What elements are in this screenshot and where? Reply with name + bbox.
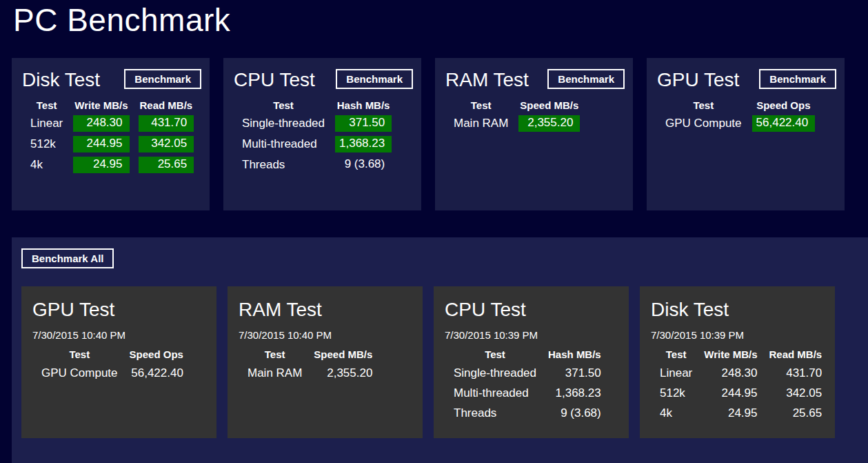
- result-value: 342.05: [139, 136, 194, 152]
- row-label: Main RAM: [452, 115, 509, 132]
- result-value: 244.95: [703, 386, 758, 400]
- gpu-test-header: GPU Test Benchmark: [655, 68, 836, 91]
- row-label: 4k: [658, 406, 694, 420]
- column-header-read: Read MB/s: [768, 348, 824, 360]
- column-header-hash: Hash MB/s: [335, 99, 392, 111]
- table-row: Threads 9 (3.68): [452, 406, 603, 420]
- column-header-read: Read MB/s: [139, 99, 194, 111]
- gpu-history-table: Test Speed Ops GPU Compute 56,422.40: [31, 342, 194, 386]
- ram-history-table: Test Speed MB/s Main RAM 2,355.20: [237, 342, 383, 386]
- row-label: GPU Compute: [664, 115, 743, 132]
- row-label: GPU Compute: [40, 366, 119, 380]
- table-header-row: Test Speed Ops: [40, 348, 185, 360]
- table-row: Single-threaded 371.50: [452, 366, 603, 380]
- result-value: 371.50: [547, 366, 603, 380]
- column-header-test: Test: [40, 348, 119, 360]
- result-value: 24.95: [73, 157, 129, 173]
- ram-history-card: RAM Test 7/30/2015 10:40 PM Test Speed M…: [228, 286, 423, 438]
- ram-test-panel: RAM Test Benchmark Test Speed MB/s Main …: [435, 58, 633, 210]
- ram-results-table: Test Speed MB/s Main RAM 2,355.20: [443, 95, 589, 136]
- row-label: Threads: [452, 406, 538, 420]
- result-value: 244.95: [73, 136, 129, 152]
- column-header-write: Write MB/s: [703, 348, 758, 360]
- disk-results-table: Test Write MB/s Read MB/s Linear 248.30 …: [20, 95, 203, 177]
- gpu-history-timestamp: 7/30/2015 10:40 PM: [32, 329, 207, 341]
- disk-history-title: Disk Test: [651, 299, 825, 321]
- table-row: Linear 248.30 431.70: [658, 366, 823, 380]
- result-value: 24.95: [703, 406, 758, 420]
- disk-history-card: Disk Test 7/30/2015 10:39 PM Test Write …: [640, 286, 835, 438]
- cpu-benchmark-button[interactable]: Benchmark: [336, 69, 413, 89]
- table-row: Main RAM 2,355.20: [246, 366, 374, 380]
- row-label: Threads: [241, 157, 326, 173]
- table-row: 4k 24.95 25.65: [29, 157, 194, 173]
- row-label: Linear: [658, 366, 694, 380]
- disk-test-title: Disk Test: [22, 69, 100, 91]
- result-value: 342.05: [768, 386, 824, 400]
- result-value: 56,422.40: [752, 115, 816, 132]
- row-label: Multi-threaded: [452, 386, 538, 400]
- column-header-speed: Speed MB/s: [312, 348, 374, 360]
- result-value: 248.30: [73, 115, 129, 132]
- gpu-benchmark-button[interactable]: Benchmark: [759, 69, 836, 89]
- history-cards-row: GPU Test 7/30/2015 10:40 PM Test Speed O…: [21, 286, 868, 438]
- row-label: 512k: [29, 136, 64, 152]
- table-header-row: Test Speed MB/s: [246, 348, 374, 360]
- disk-history-table: Test Write MB/s Read MB/s Linear 248.30 …: [649, 342, 832, 426]
- table-row: Main RAM 2,355.20: [452, 115, 580, 132]
- column-header-test: Test: [452, 99, 509, 111]
- page-title: PC Benchmark: [13, 1, 230, 39]
- column-header-test: Test: [29, 99, 64, 111]
- table-header-row: Test Speed MB/s: [452, 99, 580, 111]
- row-label: Single-threaded: [452, 366, 538, 380]
- result-value: 25.65: [768, 406, 824, 420]
- table-header-row: Test Hash MB/s: [241, 99, 392, 111]
- result-value: 56,422.40: [128, 366, 185, 380]
- cpu-test-title: CPU Test: [234, 69, 315, 91]
- row-label: 4k: [29, 157, 64, 173]
- gpu-history-title: GPU Test: [32, 299, 207, 321]
- row-label: Main RAM: [246, 366, 303, 380]
- table-row: GPU Compute 56,422.40: [664, 115, 815, 132]
- result-value: 9 (3.68): [335, 157, 392, 173]
- table-row: Single-threaded 371.50: [241, 115, 392, 132]
- result-value: 431.70: [139, 115, 194, 132]
- table-row: Linear 248.30 431.70: [29, 115, 194, 132]
- table-row: Multi-threaded 1,368.23: [241, 136, 392, 152]
- row-label: Multi-threaded: [241, 136, 326, 152]
- result-value: 1,368.23: [547, 386, 603, 400]
- column-header-test: Test: [241, 99, 326, 111]
- ram-benchmark-button[interactable]: Benchmark: [547, 69, 625, 89]
- table-header-row: Test Write MB/s Read MB/s: [29, 99, 194, 111]
- cpu-test-panel: CPU Test Benchmark Test Hash MB/s Single…: [223, 58, 421, 210]
- column-header-write: Write MB/s: [73, 99, 129, 111]
- table-row: 512k 244.95 342.05: [29, 136, 194, 152]
- test-panels-row: Disk Test Benchmark Test Write MB/s Read…: [12, 58, 845, 210]
- cpu-history-card: CPU Test 7/30/2015 10:39 PM Test Hash MB…: [434, 286, 629, 438]
- result-value: 1,368.23: [335, 136, 392, 152]
- result-value: 371.50: [335, 115, 392, 132]
- column-header-hash: Hash MB/s: [547, 348, 603, 360]
- table-row: 4k 24.95 25.65: [658, 406, 823, 420]
- cpu-history-timestamp: 7/30/2015 10:39 PM: [445, 329, 619, 341]
- gpu-test-panel: GPU Test Benchmark Test Speed Ops GPU Co…: [647, 58, 845, 210]
- result-value: 9 (3.68): [547, 406, 603, 420]
- table-row: GPU Compute 56,422.40: [40, 366, 185, 380]
- disk-test-header: Disk Test Benchmark: [20, 68, 201, 91]
- history-section: Benchmark All GPU Test 7/30/2015 10:40 P…: [12, 237, 868, 463]
- column-header-speed: Speed Ops: [752, 99, 816, 111]
- row-label: 512k: [658, 386, 694, 400]
- table-header-row: Test Hash MB/s: [452, 348, 603, 360]
- result-value: 2,355.20: [518, 115, 580, 132]
- column-header-test: Test: [658, 348, 694, 360]
- ram-test-header: RAM Test Benchmark: [443, 68, 625, 91]
- disk-benchmark-button[interactable]: Benchmark: [124, 69, 201, 89]
- result-value: 248.30: [703, 366, 758, 380]
- disk-test-panel: Disk Test Benchmark Test Write MB/s Read…: [12, 58, 210, 210]
- column-header-speed: Speed Ops: [128, 348, 185, 360]
- gpu-results-table: Test Speed Ops GPU Compute 56,422.40: [655, 95, 824, 136]
- benchmark-all-button[interactable]: Benchmark All: [21, 248, 114, 268]
- disk-history-timestamp: 7/30/2015 10:39 PM: [651, 329, 825, 341]
- gpu-history-card: GPU Test 7/30/2015 10:40 PM Test Speed O…: [21, 286, 216, 438]
- cpu-history-table: Test Hash MB/s Single-threaded 371.50 Mu…: [443, 342, 612, 426]
